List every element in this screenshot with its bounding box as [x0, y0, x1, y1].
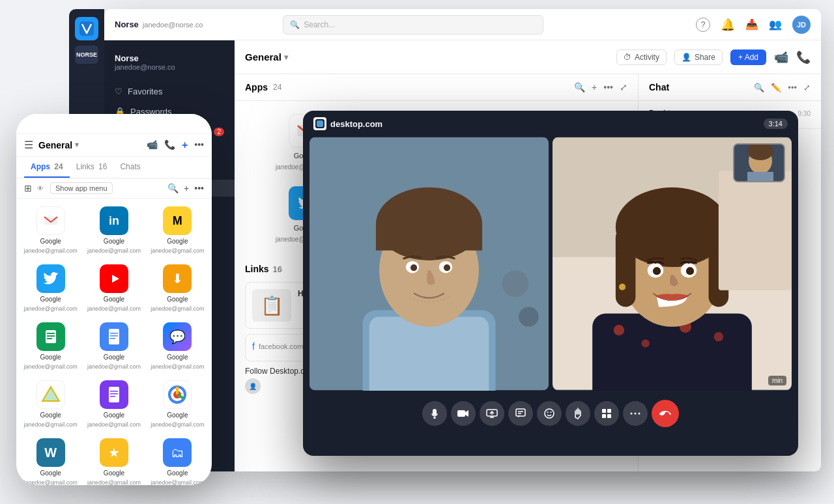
phone-channel-name[interactable]: General ▾	[38, 140, 79, 150]
activity-button[interactable]: ⏱ Activity	[616, 49, 667, 65]
phone-call-icon[interactable]: 📞	[164, 139, 175, 151]
svg-point-38	[502, 270, 529, 297]
grid-view-button[interactable]	[594, 401, 619, 426]
phone-drive-label: Google	[40, 412, 61, 419]
activity-icon: ⏱	[624, 53, 631, 62]
user-avatar[interactable]: JD	[792, 16, 811, 34]
phone-purple-label: Google	[104, 412, 124, 419]
contacts-icon[interactable]: 👥	[769, 18, 782, 31]
phone-app-docs[interactable]: Google janedoe@gmail.com	[82, 317, 145, 375]
svg-rect-52	[619, 240, 732, 253]
phone-app-purple[interactable]: Google janedoe@gmail.com	[82, 375, 145, 433]
phone-app-download[interactable]: ⬇ Google janedoe@gmail.com	[146, 259, 209, 317]
search-bar[interactable]: 🔍 Search...	[283, 15, 543, 35]
svg-rect-8	[47, 335, 55, 337]
phone-purple-icon	[100, 380, 128, 409]
phone-video-icon[interactable]: 📹	[147, 139, 158, 151]
expand-chat-icon[interactable]: ⤢	[803, 83, 811, 92]
svg-rect-50	[616, 227, 636, 307]
svg-point-36	[410, 264, 417, 271]
screen-share-button[interactable]	[480, 401, 504, 426]
phone-yellow-icon: ★	[100, 438, 128, 467]
phone-app-gmail[interactable]: Google janedoe@gmail.com	[19, 201, 82, 259]
phone-app-chrome[interactable]: Google janedoe@gmail.com	[146, 375, 209, 433]
phone-more-options-icon[interactable]: •••	[194, 183, 204, 193]
phone-app-blue[interactable]: 🗂 Google janedoe@gmail.com	[146, 433, 209, 485]
svg-point-68	[551, 412, 552, 413]
new-chat-icon[interactable]: ✏️	[771, 83, 781, 92]
heart-icon: ♡	[115, 87, 122, 96]
favorites-label: Favorites	[128, 87, 162, 96]
phone-miro-label: Google	[167, 238, 188, 245]
svg-point-56	[686, 267, 694, 275]
svg-rect-11	[110, 333, 118, 334]
phone-app-yellow[interactable]: ★ Google janedoe@gmail.com	[82, 433, 145, 485]
phone-app-sheets[interactable]: Google janedoe@gmail.com	[19, 317, 82, 375]
phone-search-icon[interactable]: 🔍	[167, 183, 179, 193]
phone-toolbar-icons: 🔍 + •••	[167, 183, 204, 193]
phone-app-youtube[interactable]: Google janedoe@gmail.com	[82, 259, 145, 317]
phone-app-messenger[interactable]: 💬 Google janedoe@gmail.com	[146, 317, 209, 375]
chat-button[interactable]	[508, 401, 533, 426]
phone-app-twitter[interactable]: Google janedoe@gmail.com	[19, 259, 82, 317]
svg-rect-65	[516, 409, 525, 416]
phone-add-icon[interactable]: +	[182, 139, 188, 151]
phone-app-wp[interactable]: W Google janedoe@gmail.com	[19, 433, 82, 485]
phone-app-linkedin[interactable]: in Google janedoe@gmail.com	[82, 201, 145, 259]
svg-rect-62	[747, 172, 773, 182]
phone-linkedin-icon: in	[100, 206, 128, 235]
facebook-url: facebook.com	[259, 343, 303, 350]
phone-wp-sub: janedoe@gmail.com	[24, 479, 78, 485]
mute-button[interactable]	[422, 401, 447, 426]
phone-menu-icon[interactable]: ☰	[24, 139, 33, 151]
svg-marker-5	[112, 275, 119, 283]
emoji-button[interactable]	[537, 401, 562, 426]
phone-app-miro[interactable]: M Google janedoe@gmail.com	[146, 201, 209, 259]
phone-more-icon[interactable]: •••	[194, 139, 204, 151]
phone-yellow-label: Google	[104, 469, 124, 477]
video-call-icon[interactable]: 📹	[774, 50, 788, 64]
phone-tab-chats[interactable]: Chats	[113, 157, 147, 178]
more-chat-icon[interactable]: •••	[788, 83, 797, 92]
phone-messenger-sub: janedoe@gmail.com	[151, 363, 204, 370]
apps-panel-title: Apps	[245, 82, 268, 92]
phone-youtube-icon	[100, 264, 128, 293]
phone-tab-links[interactable]: Links 16	[70, 157, 114, 178]
phone-call-icon[interactable]: 📞	[796, 50, 811, 64]
more-options-button[interactable]	[623, 401, 648, 426]
phone-docs-icon	[100, 322, 128, 351]
phone-channel-text: General	[38, 140, 72, 150]
help-button[interactable]: ?	[696, 18, 710, 32]
share-button[interactable]: 👤 Share	[674, 49, 723, 65]
svg-rect-63	[457, 410, 465, 417]
add-button[interactable]: + Add	[730, 49, 766, 65]
phone-tab-apps[interactable]: Apps 24	[24, 157, 70, 178]
bell-icon[interactable]: 🔔	[721, 18, 735, 32]
sidebar-item-favorites[interactable]: ♡ Favorites	[104, 81, 235, 102]
app-logo[interactable]	[75, 17, 98, 40]
add-label: + Add	[738, 53, 758, 62]
more-apps-icon[interactable]: •••	[603, 82, 613, 92]
phone-grid-icon[interactable]: ⊞	[24, 183, 32, 193]
share-label: Share	[695, 53, 715, 62]
add-app-icon[interactable]: +	[592, 82, 597, 92]
show-app-menu-button[interactable]: Show app menu	[50, 182, 113, 194]
phone-tabs: Apps 24 Links 16 Chats	[16, 157, 212, 178]
camera-button[interactable]	[451, 401, 476, 426]
search-chat-icon[interactable]: 🔍	[754, 83, 764, 92]
phone-sheets-icon	[36, 322, 65, 351]
phone-blue-icon: 🗂	[163, 438, 192, 467]
workspace-button[interactable]: NORSE	[75, 46, 98, 64]
channel-title[interactable]: General ▾	[245, 51, 288, 63]
svg-rect-29	[369, 317, 489, 391]
inbox-icon[interactable]: 📥	[745, 18, 758, 31]
raise-hand-button[interactable]	[566, 401, 590, 426]
svg-rect-70	[607, 409, 611, 413]
search-apps-icon[interactable]: 🔍	[574, 82, 585, 92]
expand-apps-icon[interactable]: ⤢	[620, 82, 627, 92]
phone-links-label: Links	[76, 162, 94, 171]
phone-app-drive[interactable]: Google janedoe@gmail.com	[19, 375, 82, 433]
phone-drive-sub: janedoe@gmail.com	[24, 421, 78, 428]
end-call-button[interactable]	[652, 400, 679, 427]
phone-add-app-icon[interactable]: +	[184, 183, 189, 193]
